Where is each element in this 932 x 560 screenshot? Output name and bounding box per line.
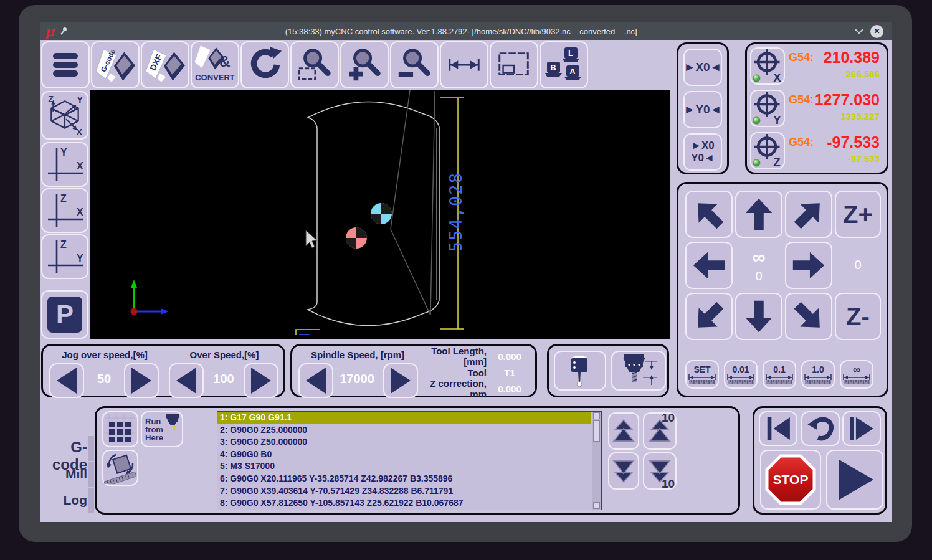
over-speed-increase-button[interactable] (244, 363, 278, 398)
scroll-down-button[interactable] (593, 502, 600, 509)
zero-x-button[interactable]: ►X0◄ (683, 49, 722, 86)
jog-down-right-button[interactable] (785, 293, 832, 340)
open-gcode-button[interactable]: G-code (91, 41, 140, 88)
rotate-scale-icon (104, 452, 136, 484)
rewind-back-button[interactable] (801, 411, 840, 446)
jog-right-button[interactable] (785, 242, 832, 289)
spindle-speed-increase-button[interactable] (383, 363, 418, 398)
run-label-1: Run (145, 417, 163, 425)
zoom-in-button[interactable] (340, 41, 389, 88)
gcode-line[interactable]: 3: G90G0 Z50.000000 (217, 436, 601, 448)
dro-x-value: 210.389 (814, 49, 880, 67)
scroll-thumb[interactable] (593, 420, 600, 442)
scroll-up-button[interactable] (593, 412, 600, 419)
zero-y-button[interactable]: ►Y0◄ (683, 91, 722, 128)
jog-speed-decrease-button[interactable] (49, 363, 84, 398)
tool-length-row: Tool Length, [mm] 0.000 (423, 348, 533, 364)
dimension-label: 554,028 (446, 172, 465, 252)
pin-icon[interactable] (59, 26, 68, 36)
svg-text:B: B (550, 63, 556, 72)
tab-mill[interactable]: Mill (36, 467, 87, 482)
gcode-line[interactable]: 8: G90G0 X57.812650 Y-105.857143 Z25.621… (217, 497, 601, 510)
jog-step-10-button[interactable]: 1.0 (801, 360, 835, 389)
stop-button[interactable]: STOP (760, 450, 821, 510)
view-xy-button[interactable]: Y X (41, 142, 88, 187)
svg-text:A: A (569, 67, 576, 76)
spindle-speed-decrease-button[interactable] (298, 363, 333, 398)
dro-z-icon-button[interactable]: Z (750, 132, 785, 169)
dro-z-secondary: -97.533 (848, 153, 880, 164)
rotate-scale-button[interactable] (102, 450, 138, 486)
app-logo-icon: μ (45, 24, 54, 39)
gcode-line[interactable]: 2: G90G0 Z25.000000 (217, 424, 601, 437)
toolpath-canvas[interactable]: 554,028 (90, 90, 670, 339)
view-zy-button[interactable]: Z Y (41, 234, 88, 279)
jog-down-left-button[interactable] (685, 293, 733, 340)
jog-left-button[interactable] (685, 242, 733, 289)
tool-value: T1 (487, 368, 533, 378)
step-forward-button[interactable] (842, 411, 881, 446)
triangle-right-icon (131, 368, 151, 394)
over-speed-decrease-button[interactable] (169, 363, 204, 398)
probe-button[interactable] (554, 351, 606, 391)
jog-down-button[interactable] (735, 293, 782, 340)
zoom-fit-button[interactable] (290, 41, 339, 88)
open-dxf-button[interactable]: DXF (141, 41, 189, 88)
svg-text:STOP: STOP (773, 472, 809, 486)
tool-measure-button[interactable] (611, 351, 666, 391)
jog-up-button[interactable] (735, 191, 782, 238)
gcode-line[interactable]: 4: G90G0 B0 (217, 448, 601, 461)
arrow-up-right-icon (789, 195, 828, 234)
array-button[interactable] (102, 411, 138, 447)
step-label: SET (693, 365, 710, 374)
gcode-line[interactable]: 7: G90G0 X39.403614 Y-70.571429 Z34.8322… (217, 485, 601, 498)
titlebar: μ (15:38:33) myCNC control software. Ver… (40, 22, 892, 40)
close-icon[interactable]: ✕ (870, 25, 883, 38)
jog-mode-zero: 0 (735, 269, 782, 283)
g54-label: G54: (789, 51, 814, 64)
gcode-line[interactable]: 5: M3 S17000 (217, 460, 601, 473)
svg-text:Z: Z (60, 239, 67, 250)
gcode-line[interactable]: 1: G17 G90 G91.1 (217, 412, 591, 424)
view-xz-button[interactable]: Z X (41, 188, 88, 233)
viewport-button[interactable] (490, 41, 538, 88)
jog-step-infinite-button[interactable]: ∞ (840, 360, 873, 389)
gcode-list[interactable]: 1: G17 G90 G91.1 2: G90G0 Z25.000000 3: … (217, 411, 602, 510)
skip-to-start-button[interactable] (759, 411, 797, 446)
triangle-right-icon (391, 368, 411, 394)
refresh-button[interactable] (240, 41, 289, 88)
keyboard-button[interactable]: L B A (540, 41, 588, 88)
gcode-line[interactable]: 6: G90G0 X20.111965 Y-35.285714 Z42.9822… (217, 473, 601, 485)
line-down-button[interactable] (608, 452, 639, 490)
jog-over-speed-label: Jog over speed,[%] (52, 349, 158, 360)
g54-label: G54: (789, 93, 814, 107)
dro-x-icon-button[interactable]: X (750, 47, 785, 85)
jog-z-plus-button[interactable]: Z+ (835, 191, 881, 238)
jog-up-right-button[interactable] (785, 191, 832, 238)
origin-axes-icon (131, 280, 169, 315)
park-button[interactable]: P (41, 290, 88, 339)
convert-button[interactable]: & CONVERT (191, 41, 239, 88)
jog-step-001-button[interactable]: 0.01 (724, 360, 758, 389)
dro-y-icon-button[interactable]: Y (750, 90, 785, 127)
zero-xy-button[interactable]: ►X0 Y0◄ (683, 133, 722, 171)
mouse-cursor (306, 230, 317, 248)
chevron-down-icon[interactable] (854, 28, 864, 34)
arrow-right-icon (789, 246, 828, 285)
line-up-button[interactable] (608, 412, 639, 450)
measure-button[interactable] (440, 41, 488, 88)
jog-step-set-button[interactable]: SET (685, 360, 719, 389)
svg-text:Y: Y (77, 95, 83, 105)
run-from-here-button[interactable]: Run from Here (141, 411, 183, 447)
gcode-scrollbar[interactable] (592, 412, 601, 510)
viewport-icon (495, 45, 533, 84)
jog-speed-increase-button[interactable] (124, 363, 159, 398)
view-3d-button[interactable]: Z Y X (41, 91, 88, 140)
play-button[interactable] (826, 450, 883, 510)
jog-z-minus-button[interactable]: Z- (835, 293, 881, 340)
zoom-out-button[interactable] (390, 41, 439, 88)
jog-step-01-button[interactable]: 0.1 (763, 360, 796, 389)
jog-up-left-button[interactable] (685, 191, 733, 238)
menu-button[interactable] (41, 41, 90, 88)
tab-log[interactable]: Log (36, 493, 87, 508)
